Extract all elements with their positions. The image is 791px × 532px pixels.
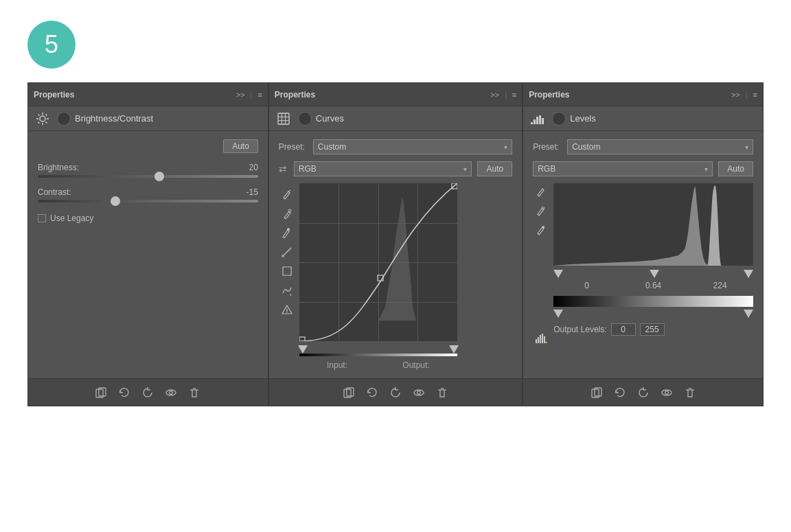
curves-tool-warning[interactable] [279,301,295,318]
curves-histogram-svg [299,183,457,341]
levels-black-slider[interactable] [553,270,563,278]
levels-white-value: 224 [687,281,753,290]
panel3-header-icons: >> | ≡ [731,91,757,99]
output-levels-label: Output Levels: [553,325,606,334]
curves-dropdown-arrow: ▾ [504,143,507,151]
levels-output-white-slider[interactable] [744,310,753,318]
step-number: 5 [45,30,58,59]
panel2-clip-icon[interactable] [343,386,355,399]
curves-tool-pencil[interactable] [279,263,295,279]
panel3-expand-icon[interactable]: >> [731,91,740,99]
levels-warning-icon[interactable] [533,330,549,347]
panel2-footer [269,378,522,406]
levels-dropdown-arrow: ▾ [745,143,748,151]
panel3-layer-title: Levels [570,113,596,124]
panel2-expand-icon[interactable]: >> [490,91,499,99]
curves-tool-dropper3[interactable] [279,224,295,241]
svg-rect-38 [539,115,541,124]
contrast-thumb[interactable] [111,196,120,206]
levels-values-row: 0 0.64 224 [553,281,753,290]
svg-rect-46 [544,336,545,343]
curves-right-slider[interactable] [449,345,459,354]
panel2-title: Properties [275,90,490,100]
levels-dropper-white[interactable] [533,222,549,238]
panel1-delete-icon[interactable] [188,386,200,399]
panel1-footer [28,378,268,406]
panel1-reset-icon[interactable] [118,386,130,399]
output-levels-min[interactable] [611,323,636,336]
curves-channel-select[interactable]: RGB ▾ [294,161,472,176]
use-legacy-checkbox[interactable] [38,214,46,222]
curves-input-output: Input: Output: [299,360,457,370]
panel1-expand-icon[interactable]: >> [236,91,245,99]
contrast-track [38,200,258,203]
panel2-layer-title: Curves [316,113,344,124]
brightness-label: Brightness: [38,163,79,172]
panel3-reset-icon[interactable] [614,386,626,399]
levels-layer-icon [552,112,566,126]
panel1-visibility-icon[interactable] [165,386,177,399]
curves-preset-select[interactable]: Custom ▾ [313,139,512,154]
panel2-delete-icon[interactable] [436,386,448,399]
curves-tool-smooth[interactable] [279,282,295,299]
curves-tool-curve[interactable] [279,244,295,260]
curves-tool-dropper2[interactable] [279,205,295,222]
panel3-visibility-icon[interactable] [661,386,673,399]
output-levels-max[interactable] [640,323,665,336]
levels-preset-select[interactable]: Custom ▾ [567,139,753,154]
panel1-menu-icon[interactable]: ≡ [257,91,262,99]
curves-swap-icon[interactable]: ⇄ [279,163,287,174]
panel3-menu-icon[interactable]: ≡ [753,91,757,99]
panel1-clip-icon[interactable] [95,386,107,399]
svg-rect-48 [553,183,753,266]
levels-icon [530,111,545,126]
panel-brightness-contrast: Properties >> | ≡ [27,82,268,406]
panel3-clip-icon[interactable] [591,386,603,399]
levels-histogram [553,183,753,266]
panel3-divider: | [746,91,748,99]
panel2-visibility-icon[interactable] [413,386,425,399]
levels-channel-select[interactable]: RGB ▾ [533,161,713,176]
panel2-divider: | [505,91,507,99]
levels-dropper-black[interactable] [533,183,549,200]
panel1-undo-icon[interactable] [141,386,154,399]
panel2-undo-icon[interactable] [389,386,402,399]
panel3-delete-icon[interactable] [684,386,696,399]
panel3-title-bar: Levels [523,106,763,131]
svg-point-34 [417,391,421,394]
curves-icon [276,111,291,126]
curves-left-slider[interactable] [298,345,308,354]
panel1-header: Properties >> | ≡ [28,83,268,106]
panel2-header: Properties >> | ≡ [269,83,522,106]
panel1-auto-button[interactable]: Auto [223,139,258,153]
curves-tool-dropper1[interactable] [279,186,295,203]
brightness-thumb[interactable] [154,172,164,181]
panel1-divider: | [251,91,253,99]
curves-bottom-sliders [299,343,457,356]
levels-input-sliders [553,270,753,279]
curves-preset-label: Preset: [279,142,308,152]
panels-container: Properties >> | ≡ [27,82,764,406]
levels-eyedropper-tools [533,183,549,347]
levels-auto-button[interactable]: Auto [718,161,753,176]
contrast-label: Contrast: [38,187,71,197]
panel2-reset-icon[interactable] [366,386,378,399]
curves-auto-button[interactable]: Auto [477,161,512,176]
curves-graph[interactable] [299,183,457,341]
brightness-slider-row: Brightness: 20 [38,163,258,178]
panel2-menu-icon[interactable]: ≡ [512,91,516,99]
levels-histogram-svg [553,183,753,266]
levels-output-black-slider[interactable] [553,310,563,318]
levels-mid-slider[interactable] [650,270,659,278]
levels-gradient [553,296,753,307]
levels-white-slider[interactable] [744,270,753,278]
svg-rect-13 [278,113,289,124]
panel3-footer [523,378,763,406]
levels-dropper-gray[interactable] [533,203,549,219]
panel3-undo-icon[interactable] [637,386,650,399]
panel3-title: Properties [529,90,731,100]
panel2-header-icons: >> | ≡ [490,91,516,99]
levels-output-sliders [553,310,753,319]
svg-point-52 [665,391,668,394]
curves-layer-icon [298,112,312,126]
